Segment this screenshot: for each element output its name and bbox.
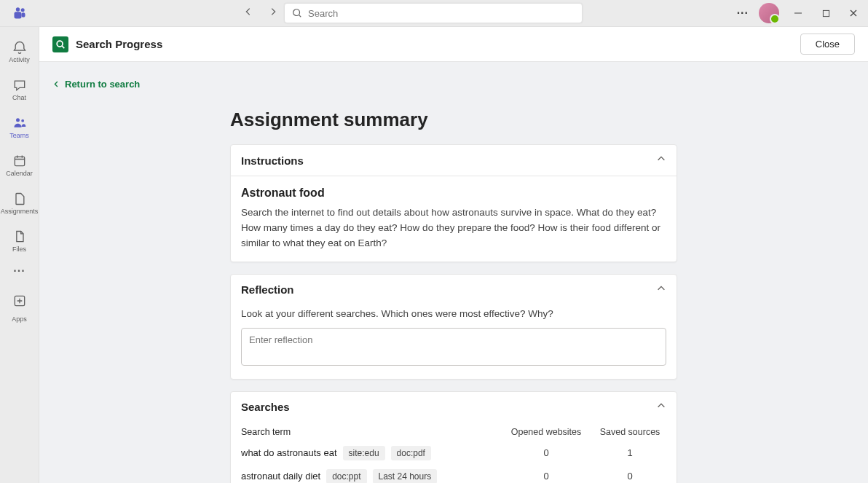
table-row: astronaut daily dietdoc:pptLast 24 hours…	[241, 465, 666, 483]
search-progress-icon	[52, 36, 68, 52]
svg-rect-5	[823, 10, 829, 16]
rail-chat[interactable]: Chat	[2, 72, 37, 107]
teams-logo	[0, 6, 39, 20]
rail-teams[interactable]: Teams	[2, 110, 37, 145]
return-link-label: Return to search	[65, 79, 140, 90]
filter-tag: Last 24 hours	[373, 469, 438, 483]
page: Search Progress Close Return to search A…	[39, 27, 868, 483]
rail-files[interactable]: Files	[2, 224, 37, 259]
reflection-prompt: Look at your different searches. Which o…	[241, 308, 666, 319]
svg-point-0	[21, 8, 25, 12]
rail-label: Calendar	[6, 170, 33, 177]
chevron-up-icon	[656, 283, 666, 297]
search-input[interactable]	[308, 8, 575, 19]
rail-apps-label: Apps	[12, 315, 27, 323]
rail-assignments[interactable]: Assignments	[2, 186, 37, 221]
close-button[interactable]: Close	[800, 34, 855, 55]
svg-point-7	[21, 119, 24, 122]
window-minimize-icon[interactable]	[789, 4, 807, 22]
chevron-up-icon	[656, 401, 666, 414]
rail-label: Chat	[12, 94, 26, 101]
app-rail: Activity Chat Teams Calendar Assignments…	[0, 27, 39, 483]
svg-point-1	[16, 7, 20, 11]
col-header-opened: Opened websites	[499, 427, 593, 437]
opened-count: 0	[499, 447, 593, 458]
rail-label: Activity	[9, 56, 30, 63]
search-term-cell: astronaut daily dietdoc:pptLast 24 hours	[241, 469, 499, 483]
instructions-toggle[interactable]: Instructions	[231, 145, 676, 176]
col-header-term: Search term	[241, 427, 499, 437]
nav-back-icon[interactable]	[240, 4, 256, 23]
saved-count: 0	[593, 471, 666, 482]
search-icon	[292, 8, 302, 18]
window-maximize-icon[interactable]	[817, 4, 835, 22]
svg-point-6	[16, 118, 20, 122]
svg-rect-2	[15, 12, 22, 18]
titlebar: ···	[0, 0, 868, 27]
heading: Assignment summary	[230, 109, 677, 131]
chevron-up-icon	[656, 154, 666, 167]
filter-tag: doc:pdf	[391, 446, 431, 460]
page-title: Search Progress	[76, 38, 162, 50]
filter-tag: site:edu	[343, 446, 385, 460]
assignment-title: Astronaut food	[241, 186, 666, 200]
search-term-text: what do astronauts eat	[241, 447, 337, 458]
avatar[interactable]	[759, 3, 779, 23]
titlebar-more-icon[interactable]: ···	[737, 7, 749, 20]
rail-apps[interactable]	[12, 294, 27, 311]
table-row: what do astronauts eatsite:edudoc:pdf01	[241, 441, 666, 465]
reflection-card: Reflection Look at your different search…	[230, 274, 677, 380]
col-header-saved: Saved sources	[593, 427, 666, 437]
search-term-text: astronaut daily diet	[241, 471, 320, 482]
svg-rect-3	[22, 12, 25, 17]
return-link[interactable]: Return to search	[52, 79, 140, 90]
assignment-description: Search the internet to find out details …	[241, 205, 666, 251]
card-title: Reflection	[241, 283, 294, 296]
svg-point-4	[293, 9, 300, 16]
search-term-cell: what do astronauts eatsite:edudoc:pdf	[241, 446, 499, 460]
page-header: Search Progress Close	[39, 27, 868, 62]
reflection-input[interactable]	[241, 328, 666, 366]
searches-toggle[interactable]: Searches	[231, 392, 676, 423]
searches-card: Searches Search term Opened websites Sav…	[230, 391, 677, 483]
rail-activity[interactable]: Activity	[2, 34, 37, 69]
rail-more-icon[interactable]: ···	[13, 264, 25, 278]
rail-label: Teams	[9, 132, 29, 139]
saved-count: 1	[593, 447, 666, 458]
card-title: Searches	[241, 401, 290, 413]
chevron-left-icon	[52, 80, 60, 88]
opened-count: 0	[499, 471, 593, 482]
reflection-toggle[interactable]: Reflection	[231, 275, 676, 305]
global-search[interactable]	[284, 3, 583, 23]
svg-rect-8	[15, 157, 24, 166]
nav-forward-icon[interactable]	[265, 4, 281, 23]
rail-label: Assignments	[1, 208, 39, 215]
rail-label: Files	[12, 246, 26, 253]
card-title: Instructions	[241, 154, 304, 167]
rail-calendar[interactable]: Calendar	[2, 148, 37, 183]
instructions-card: Instructions Astronaut food Search the i…	[230, 144, 677, 262]
svg-point-10	[57, 41, 63, 47]
searches-header-row: Search term Opened websites Saved source…	[241, 423, 666, 441]
window-close-icon[interactable]	[845, 4, 862, 22]
filter-tag: doc:ppt	[326, 469, 366, 483]
